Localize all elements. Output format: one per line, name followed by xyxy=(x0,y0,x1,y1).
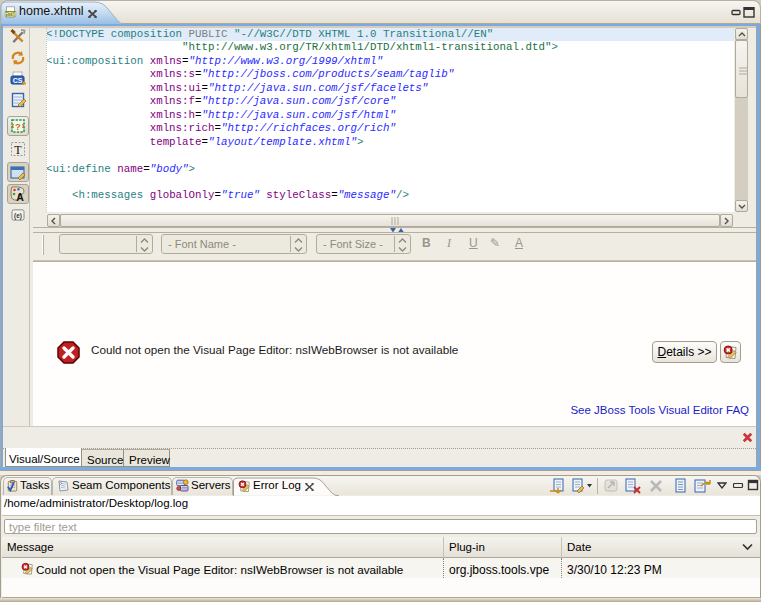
svg-text:HTM: HTM xyxy=(5,11,16,17)
svg-text:A: A xyxy=(16,191,24,203)
svg-text:(e): (e) xyxy=(14,212,22,220)
svg-text:CS: CS xyxy=(13,77,23,84)
svg-text:?: ? xyxy=(15,121,21,132)
svg-text:T: T xyxy=(14,143,22,157)
